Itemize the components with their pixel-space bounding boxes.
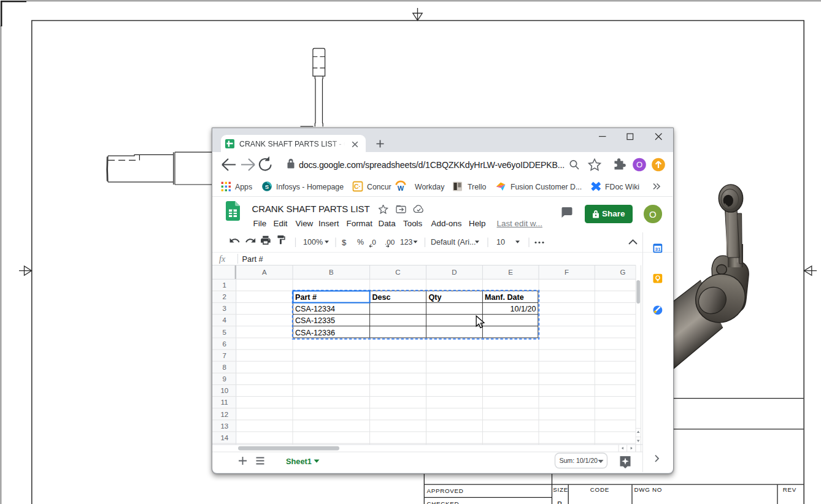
svg-text:DWG NO: DWG NO: [634, 486, 663, 493]
svg-text:Sum: 10/1/20: Sum: 10/1/20: [560, 457, 598, 464]
svg-text:docs.google.com/spreadsheets/d: docs.google.com/spreadsheets/d/1CBQZKKdy…: [299, 160, 565, 170]
svg-text:10/1/20: 10/1/20: [510, 305, 536, 313]
svg-text:CSA-12334: CSA-12334: [295, 305, 335, 313]
svg-text:D: D: [452, 269, 457, 276]
svg-text:123: 123: [400, 238, 413, 246]
svg-text:11: 11: [221, 399, 228, 406]
svg-text:12: 12: [220, 411, 228, 418]
svg-text:%: %: [357, 238, 364, 246]
svg-text:FDoc Wiki: FDoc Wiki: [605, 183, 639, 191]
svg-text:C: C: [395, 269, 400, 276]
svg-text:.0: .0: [370, 238, 376, 246]
svg-text:Desc: Desc: [372, 293, 391, 302]
svg-text:Workday: Workday: [415, 183, 445, 191]
svg-text:Trello: Trello: [468, 183, 486, 191]
svg-text:9: 9: [223, 375, 226, 383]
svg-text:$: $: [342, 238, 347, 247]
svg-text:Sheet1: Sheet1: [286, 457, 312, 466]
svg-text:CODE: CODE: [590, 486, 609, 493]
svg-text:6: 6: [223, 340, 226, 348]
svg-text:Part #: Part #: [295, 293, 317, 302]
svg-text:O: O: [636, 160, 642, 169]
svg-text:Qty: Qty: [429, 293, 442, 302]
svg-text:B: B: [329, 269, 334, 276]
svg-text:REV: REV: [783, 486, 796, 493]
svg-text:CSA-12336: CSA-12336: [295, 329, 335, 337]
svg-text:Default (Ari...: Default (Ari...: [431, 238, 476, 246]
svg-text:8: 8: [223, 364, 226, 371]
svg-text:G: G: [620, 269, 626, 276]
svg-text:13: 13: [220, 422, 228, 430]
svg-text:14: 14: [220, 434, 228, 441]
svg-text:Infosys - Homepage: Infosys - Homepage: [276, 183, 344, 191]
svg-text:CSA-12335: CSA-12335: [295, 316, 335, 325]
svg-text:31: 31: [655, 246, 660, 252]
svg-text:W: W: [398, 185, 404, 192]
svg-text:B: B: [557, 500, 563, 504]
svg-text:10: 10: [496, 238, 505, 246]
svg-text:1: 1: [223, 281, 226, 289]
svg-text:CHECKED: CHECKED: [427, 500, 460, 504]
svg-text:F: F: [565, 269, 569, 276]
svg-text:7: 7: [223, 352, 226, 359]
svg-text:.00: .00: [385, 238, 395, 246]
svg-text:Fusion Customer D...: Fusion Customer D...: [511, 183, 582, 191]
svg-text:Apps: Apps: [235, 183, 252, 191]
svg-text:3: 3: [223, 305, 226, 312]
svg-text:5: 5: [223, 329, 226, 336]
svg-text:E: E: [508, 269, 513, 276]
svg-text:A: A: [262, 269, 267, 276]
svg-text:Concur: Concur: [367, 183, 391, 191]
svg-text:S: S: [265, 183, 269, 190]
svg-text:Manf. Date: Manf. Date: [485, 293, 524, 302]
svg-text:C·: C·: [354, 183, 361, 190]
svg-text:SIZE: SIZE: [553, 486, 568, 493]
svg-text:2: 2: [223, 293, 226, 300]
svg-text:4: 4: [223, 316, 227, 324]
svg-text:10: 10: [220, 387, 228, 394]
svg-text:100%: 100%: [303, 238, 323, 246]
svg-text:APPROVED: APPROVED: [427, 487, 464, 494]
